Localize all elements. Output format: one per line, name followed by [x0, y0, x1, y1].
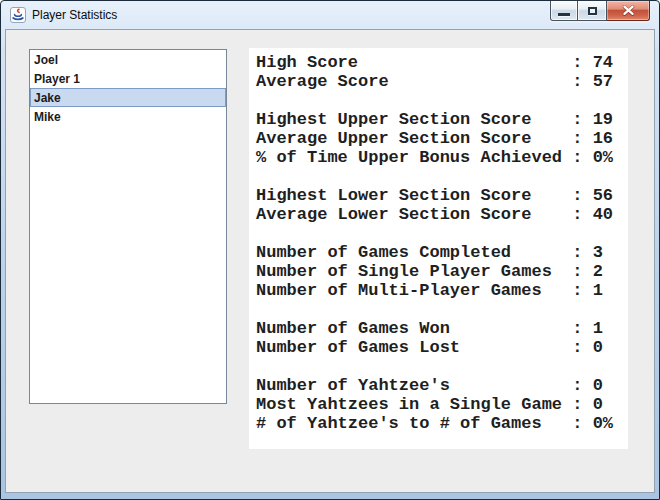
player-list-item[interactable]: Joel [30, 50, 226, 69]
player-list-item[interactable]: Mike [30, 107, 226, 126]
client-area: JoelPlayer 1JakeMike High Score : 74 Ave… [5, 29, 655, 493]
player-list[interactable]: JoelPlayer 1JakeMike [29, 49, 227, 404]
window-title: Player Statistics [32, 8, 117, 22]
java-app-icon [9, 6, 27, 24]
maximize-icon [588, 7, 597, 15]
close-button[interactable] [607, 1, 650, 21]
close-icon [622, 5, 635, 16]
window: Player Statistics JoelPlayer 1JakeMike H… [0, 0, 660, 500]
maximize-button[interactable] [578, 1, 607, 21]
titlebar[interactable]: Player Statistics [2, 2, 658, 29]
minimize-button[interactable] [550, 1, 578, 21]
player-list-item[interactable]: Player 1 [30, 69, 226, 88]
minimize-icon [558, 13, 570, 16]
player-list-item[interactable]: Jake [30, 88, 226, 107]
window-controls [550, 1, 650, 21]
stats-textarea[interactable]: High Score : 74 Average Score : 57 Highe… [249, 48, 628, 449]
